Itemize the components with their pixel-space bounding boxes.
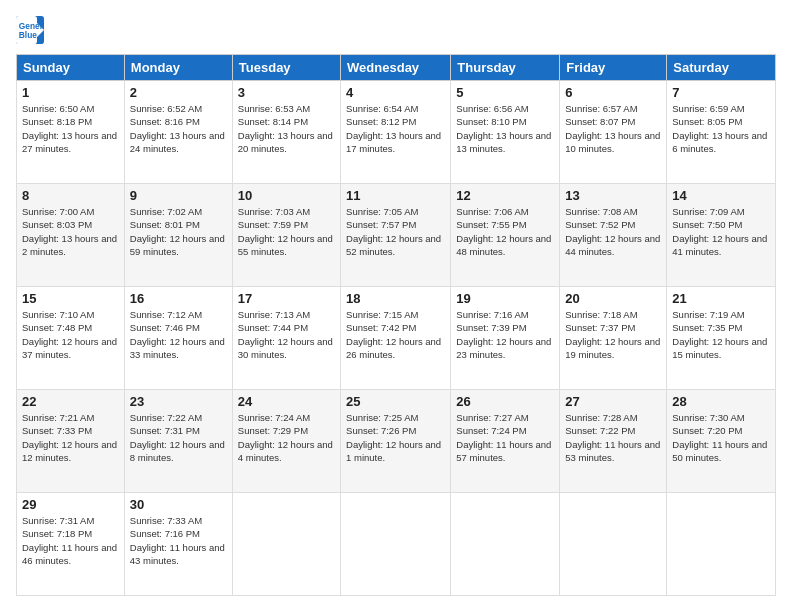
day-number: 13 bbox=[565, 188, 661, 203]
week-row-4: 22 Sunrise: 7:21 AMSunset: 7:33 PMDaylig… bbox=[17, 390, 776, 493]
day-cell: 21 Sunrise: 7:19 AMSunset: 7:35 PMDaylig… bbox=[667, 287, 776, 390]
day-cell: 7 Sunrise: 6:59 AMSunset: 8:05 PMDayligh… bbox=[667, 81, 776, 184]
day-info: Sunrise: 7:05 AMSunset: 7:57 PMDaylight:… bbox=[346, 205, 445, 258]
header-row: SundayMondayTuesdayWednesdayThursdayFrid… bbox=[17, 55, 776, 81]
day-cell: 5 Sunrise: 6:56 AMSunset: 8:10 PMDayligh… bbox=[451, 81, 560, 184]
day-info: Sunrise: 7:12 AMSunset: 7:46 PMDaylight:… bbox=[130, 308, 227, 361]
day-cell: 15 Sunrise: 7:10 AMSunset: 7:48 PMDaylig… bbox=[17, 287, 125, 390]
day-cell: 16 Sunrise: 7:12 AMSunset: 7:46 PMDaylig… bbox=[124, 287, 232, 390]
logo-icon: General Blue bbox=[16, 16, 44, 44]
day-number: 21 bbox=[672, 291, 770, 306]
week-row-3: 15 Sunrise: 7:10 AMSunset: 7:48 PMDaylig… bbox=[17, 287, 776, 390]
header: General Blue bbox=[16, 16, 776, 44]
day-number: 22 bbox=[22, 394, 119, 409]
day-info: Sunrise: 7:22 AMSunset: 7:31 PMDaylight:… bbox=[130, 411, 227, 464]
svg-text:Blue: Blue bbox=[19, 30, 37, 40]
day-info: Sunrise: 7:10 AMSunset: 7:48 PMDaylight:… bbox=[22, 308, 119, 361]
day-cell: 25 Sunrise: 7:25 AMSunset: 7:26 PMDaylig… bbox=[341, 390, 451, 493]
day-cell: 6 Sunrise: 6:57 AMSunset: 8:07 PMDayligh… bbox=[560, 81, 667, 184]
day-cell: 3 Sunrise: 6:53 AMSunset: 8:14 PMDayligh… bbox=[232, 81, 340, 184]
day-info: Sunrise: 6:50 AMSunset: 8:18 PMDaylight:… bbox=[22, 102, 119, 155]
day-cell bbox=[560, 493, 667, 596]
day-number: 29 bbox=[22, 497, 119, 512]
day-cell: 8 Sunrise: 7:00 AMSunset: 8:03 PMDayligh… bbox=[17, 184, 125, 287]
day-info: Sunrise: 7:27 AMSunset: 7:24 PMDaylight:… bbox=[456, 411, 554, 464]
day-number: 8 bbox=[22, 188, 119, 203]
day-cell: 23 Sunrise: 7:22 AMSunset: 7:31 PMDaylig… bbox=[124, 390, 232, 493]
day-cell: 19 Sunrise: 7:16 AMSunset: 7:39 PMDaylig… bbox=[451, 287, 560, 390]
day-number: 3 bbox=[238, 85, 335, 100]
day-info: Sunrise: 7:00 AMSunset: 8:03 PMDaylight:… bbox=[22, 205, 119, 258]
day-number: 25 bbox=[346, 394, 445, 409]
day-number: 16 bbox=[130, 291, 227, 306]
day-info: Sunrise: 7:02 AMSunset: 8:01 PMDaylight:… bbox=[130, 205, 227, 258]
day-number: 15 bbox=[22, 291, 119, 306]
day-cell: 14 Sunrise: 7:09 AMSunset: 7:50 PMDaylig… bbox=[667, 184, 776, 287]
day-header-wednesday: Wednesday bbox=[341, 55, 451, 81]
day-number: 12 bbox=[456, 188, 554, 203]
day-number: 6 bbox=[565, 85, 661, 100]
day-cell: 27 Sunrise: 7:28 AMSunset: 7:22 PMDaylig… bbox=[560, 390, 667, 493]
day-number: 24 bbox=[238, 394, 335, 409]
logo: General Blue bbox=[16, 16, 48, 44]
day-cell: 4 Sunrise: 6:54 AMSunset: 8:12 PMDayligh… bbox=[341, 81, 451, 184]
day-number: 1 bbox=[22, 85, 119, 100]
day-cell: 24 Sunrise: 7:24 AMSunset: 7:29 PMDaylig… bbox=[232, 390, 340, 493]
day-info: Sunrise: 7:25 AMSunset: 7:26 PMDaylight:… bbox=[346, 411, 445, 464]
day-info: Sunrise: 6:54 AMSunset: 8:12 PMDaylight:… bbox=[346, 102, 445, 155]
day-info: Sunrise: 6:56 AMSunset: 8:10 PMDaylight:… bbox=[456, 102, 554, 155]
day-info: Sunrise: 7:30 AMSunset: 7:20 PMDaylight:… bbox=[672, 411, 770, 464]
day-cell bbox=[232, 493, 340, 596]
day-cell: 2 Sunrise: 6:52 AMSunset: 8:16 PMDayligh… bbox=[124, 81, 232, 184]
day-number: 19 bbox=[456, 291, 554, 306]
day-header-tuesday: Tuesday bbox=[232, 55, 340, 81]
day-cell: 11 Sunrise: 7:05 AMSunset: 7:57 PMDaylig… bbox=[341, 184, 451, 287]
day-info: Sunrise: 7:33 AMSunset: 7:16 PMDaylight:… bbox=[130, 514, 227, 567]
page: General Blue SundayMondayTuesdayWednesda… bbox=[0, 0, 792, 612]
day-header-thursday: Thursday bbox=[451, 55, 560, 81]
day-cell: 30 Sunrise: 7:33 AMSunset: 7:16 PMDaylig… bbox=[124, 493, 232, 596]
day-number: 2 bbox=[130, 85, 227, 100]
day-header-friday: Friday bbox=[560, 55, 667, 81]
day-info: Sunrise: 7:18 AMSunset: 7:37 PMDaylight:… bbox=[565, 308, 661, 361]
day-number: 17 bbox=[238, 291, 335, 306]
day-info: Sunrise: 7:21 AMSunset: 7:33 PMDaylight:… bbox=[22, 411, 119, 464]
day-info: Sunrise: 6:59 AMSunset: 8:05 PMDaylight:… bbox=[672, 102, 770, 155]
day-info: Sunrise: 7:15 AMSunset: 7:42 PMDaylight:… bbox=[346, 308, 445, 361]
day-cell: 20 Sunrise: 7:18 AMSunset: 7:37 PMDaylig… bbox=[560, 287, 667, 390]
svg-text:General: General bbox=[19, 21, 44, 31]
week-row-5: 29 Sunrise: 7:31 AMSunset: 7:18 PMDaylig… bbox=[17, 493, 776, 596]
day-info: Sunrise: 6:52 AMSunset: 8:16 PMDaylight:… bbox=[130, 102, 227, 155]
day-cell: 18 Sunrise: 7:15 AMSunset: 7:42 PMDaylig… bbox=[341, 287, 451, 390]
day-cell bbox=[341, 493, 451, 596]
day-number: 26 bbox=[456, 394, 554, 409]
day-header-monday: Monday bbox=[124, 55, 232, 81]
day-info: Sunrise: 6:57 AMSunset: 8:07 PMDaylight:… bbox=[565, 102, 661, 155]
day-number: 23 bbox=[130, 394, 227, 409]
day-number: 20 bbox=[565, 291, 661, 306]
day-cell: 13 Sunrise: 7:08 AMSunset: 7:52 PMDaylig… bbox=[560, 184, 667, 287]
day-number: 11 bbox=[346, 188, 445, 203]
day-info: Sunrise: 7:16 AMSunset: 7:39 PMDaylight:… bbox=[456, 308, 554, 361]
day-cell: 29 Sunrise: 7:31 AMSunset: 7:18 PMDaylig… bbox=[17, 493, 125, 596]
day-info: Sunrise: 6:53 AMSunset: 8:14 PMDaylight:… bbox=[238, 102, 335, 155]
day-number: 4 bbox=[346, 85, 445, 100]
day-info: Sunrise: 7:09 AMSunset: 7:50 PMDaylight:… bbox=[672, 205, 770, 258]
day-info: Sunrise: 7:06 AMSunset: 7:55 PMDaylight:… bbox=[456, 205, 554, 258]
day-number: 10 bbox=[238, 188, 335, 203]
day-info: Sunrise: 7:03 AMSunset: 7:59 PMDaylight:… bbox=[238, 205, 335, 258]
day-number: 28 bbox=[672, 394, 770, 409]
day-cell: 10 Sunrise: 7:03 AMSunset: 7:59 PMDaylig… bbox=[232, 184, 340, 287]
day-info: Sunrise: 7:13 AMSunset: 7:44 PMDaylight:… bbox=[238, 308, 335, 361]
week-row-2: 8 Sunrise: 7:00 AMSunset: 8:03 PMDayligh… bbox=[17, 184, 776, 287]
day-cell: 26 Sunrise: 7:27 AMSunset: 7:24 PMDaylig… bbox=[451, 390, 560, 493]
day-cell: 9 Sunrise: 7:02 AMSunset: 8:01 PMDayligh… bbox=[124, 184, 232, 287]
day-cell bbox=[667, 493, 776, 596]
day-number: 5 bbox=[456, 85, 554, 100]
day-cell: 22 Sunrise: 7:21 AMSunset: 7:33 PMDaylig… bbox=[17, 390, 125, 493]
week-row-1: 1 Sunrise: 6:50 AMSunset: 8:18 PMDayligh… bbox=[17, 81, 776, 184]
day-cell: 17 Sunrise: 7:13 AMSunset: 7:44 PMDaylig… bbox=[232, 287, 340, 390]
day-info: Sunrise: 7:19 AMSunset: 7:35 PMDaylight:… bbox=[672, 308, 770, 361]
day-cell: 1 Sunrise: 6:50 AMSunset: 8:18 PMDayligh… bbox=[17, 81, 125, 184]
day-number: 7 bbox=[672, 85, 770, 100]
